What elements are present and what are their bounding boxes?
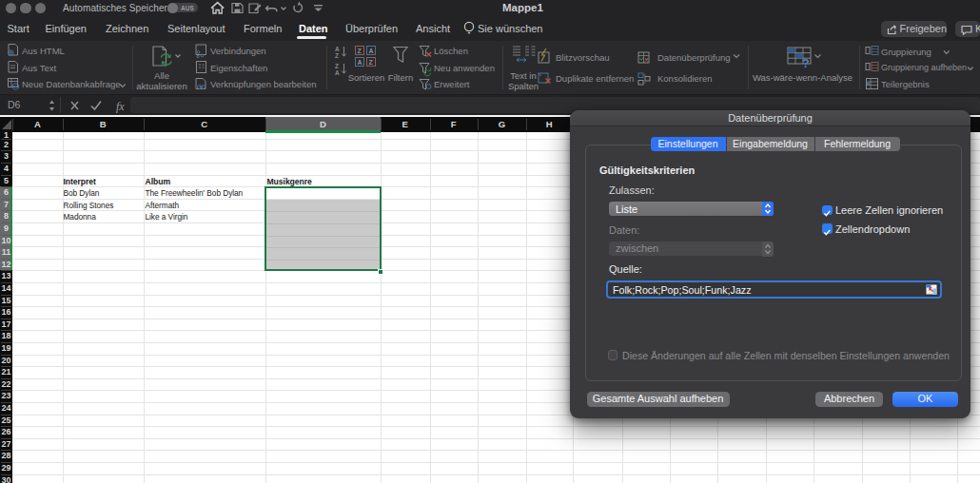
svg-text:A: A	[335, 69, 340, 76]
svg-text:Z: Z	[335, 52, 339, 59]
svg-text:Z: Z	[369, 59, 374, 66]
svg-text:A: A	[369, 48, 374, 54]
svg-text:Z: Z	[358, 48, 363, 54]
svg-text:fx: fx	[116, 100, 125, 113]
svg-text:Z: Z	[335, 63, 339, 69]
svg-text:A: A	[335, 46, 340, 52]
svg-text:?: ?	[802, 57, 810, 70]
svg-text:A: A	[358, 59, 363, 66]
